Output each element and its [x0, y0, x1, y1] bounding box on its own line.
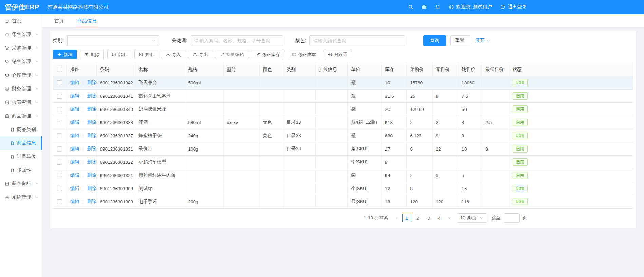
cell-category [283, 76, 315, 90]
sidebar-item-retail-management[interactable]: 零售管理 [0, 28, 42, 41]
edit-link[interactable]: 编辑 [70, 80, 79, 85]
cell-retail-price [432, 76, 458, 90]
tab-product-info[interactable]: 商品信息 [72, 14, 102, 27]
cell-status: 启用 [509, 116, 633, 129]
sidebar-item-system-management[interactable]: 系统管理 [0, 191, 42, 204]
row-checkbox[interactable] [57, 186, 62, 191]
column-settings-button[interactable]: 列设置 [324, 50, 352, 59]
color-label: 颜色: [295, 38, 306, 44]
search-button[interactable]: 查询 [423, 35, 446, 46]
page-size-select[interactable]: 10 条/页 [457, 213, 487, 223]
delete-link[interactable]: 删除 [87, 80, 96, 85]
color-input[interactable] [309, 35, 405, 46]
sidebar-item-product-category[interactable]: 商品类别 [0, 123, 42, 136]
sidebar-item-product-info[interactable]: 商品信息 [0, 136, 42, 150]
reset-button[interactable]: 重置 [450, 35, 470, 46]
delete-link[interactable]: 删除 [87, 173, 96, 178]
sidebar-item-home[interactable]: 首页 [0, 14, 42, 28]
chevron-down-icon [35, 74, 39, 77]
delete-link[interactable]: 删除 [87, 199, 96, 204]
sidebar-item-warehouse-management[interactable]: 仓库管理 [0, 68, 42, 82]
jump-input[interactable] [504, 213, 520, 223]
row-checkbox[interactable] [57, 107, 62, 112]
edit-link[interactable]: 编辑 [70, 186, 79, 191]
delete-link[interactable]: 删除 [87, 133, 96, 138]
page-number[interactable]: 1 [402, 214, 411, 222]
edit-link[interactable]: 编辑 [70, 159, 79, 164]
delete-link[interactable]: 删除 [87, 146, 96, 151]
delete-link[interactable]: 删除 [87, 93, 96, 98]
edit-link[interactable]: 编辑 [70, 133, 79, 138]
sidebar-item-purchase-management[interactable]: 采购管理 [0, 41, 42, 55]
edit-link[interactable]: 编辑 [70, 199, 79, 204]
cell-checkbox [53, 195, 67, 209]
delete-link[interactable]: 删除 [87, 159, 96, 164]
delete-link[interactable]: 删除 [87, 106, 96, 112]
cell-retail-price [432, 156, 458, 169]
cell-category [283, 156, 315, 169]
sidebar-item-multi-attribute[interactable]: 多属性 [0, 163, 42, 177]
row-checkbox[interactable] [57, 133, 62, 138]
add-button[interactable]: 新增 [53, 50, 77, 59]
sidebar-item-product-management[interactable]: 商品管理 [0, 109, 42, 123]
building-icon[interactable] [421, 4, 427, 10]
sidebar-item-measure-unit[interactable]: 计量单位 [0, 150, 42, 163]
smiley-icon [449, 4, 454, 10]
cell-category: 目录33 [283, 129, 315, 142]
cell-stock: 680 [381, 129, 406, 142]
next-page-button[interactable] [445, 214, 454, 222]
row-checkbox[interactable] [57, 199, 62, 204]
select-all-checkbox[interactable] [57, 67, 62, 72]
export-button[interactable]: 导出 [189, 50, 212, 59]
batch-edit-button[interactable]: 批量编辑 [216, 50, 248, 59]
category-select[interactable] [67, 35, 159, 46]
fix-cost-button[interactable]: 修正成本 [288, 50, 320, 59]
page-numbers: 1 2 3 4 [401, 214, 445, 222]
edit-link[interactable]: 编辑 [70, 93, 79, 98]
product-icon [5, 114, 10, 118]
sidebar-item-sales-management[interactable]: 销售管理 [0, 55, 42, 68]
page-number[interactable]: 2 [413, 214, 422, 222]
cell-extended-info [315, 116, 347, 129]
expand-link[interactable]: 展开 [475, 38, 490, 44]
delete-link[interactable]: 删除 [87, 186, 96, 191]
fix-stock-button[interactable]: 修正库存 [252, 50, 284, 59]
row-checkbox[interactable] [57, 146, 62, 152]
toolbar-button-label: 启用 [118, 52, 127, 58]
row-checkbox[interactable] [57, 80, 62, 85]
cell-name: 康师傅红烧牛肉面 [135, 169, 185, 182]
enable-button[interactable]: 启用 [107, 50, 131, 59]
prev-page-button[interactable] [393, 214, 401, 222]
delete-button[interactable]: 删除 [80, 50, 104, 59]
sidebar-item-report-query[interactable]: 报表查询 [0, 96, 42, 109]
cell-min-price [482, 169, 509, 182]
row-checkbox[interactable] [57, 160, 62, 165]
toolbar-button-label: 批量编辑 [226, 52, 244, 58]
chevron-down-icon [35, 87, 39, 91]
cell-color [259, 182, 283, 195]
logout-button[interactable]: 退出登录 [500, 4, 527, 10]
edit-link[interactable]: 编辑 [70, 106, 79, 112]
operation-separator: | [82, 146, 84, 151]
row-checkbox[interactable] [57, 120, 62, 125]
import-button[interactable]: 导入 [162, 50, 185, 59]
search-icon[interactable] [408, 4, 413, 10]
edit-link[interactable]: 编辑 [70, 120, 79, 125]
page-number[interactable]: 4 [435, 214, 444, 222]
cell-extended-info [315, 169, 347, 182]
edit-link[interactable]: 编辑 [70, 173, 79, 178]
edit-link[interactable]: 编辑 [70, 146, 79, 151]
delete-link[interactable]: 删除 [87, 120, 96, 125]
sidebar-item-basic-data[interactable]: 基本资料 [0, 177, 42, 191]
cell-barcode: 6901236301321 [96, 169, 135, 182]
sidebar-item-finance-management[interactable]: 财务管理 [0, 82, 42, 96]
row-checkbox[interactable] [57, 94, 62, 99]
cell-sale-price: 10 [458, 142, 482, 156]
bell-icon[interactable] [435, 4, 440, 10]
keyword-input[interactable] [191, 35, 283, 46]
page-number[interactable]: 3 [424, 214, 433, 222]
cell-purchase-price [406, 156, 432, 169]
disable-button[interactable]: 禁用 [134, 50, 158, 59]
row-checkbox[interactable] [57, 173, 62, 178]
tab-home[interactable]: 首页 [49, 14, 69, 27]
